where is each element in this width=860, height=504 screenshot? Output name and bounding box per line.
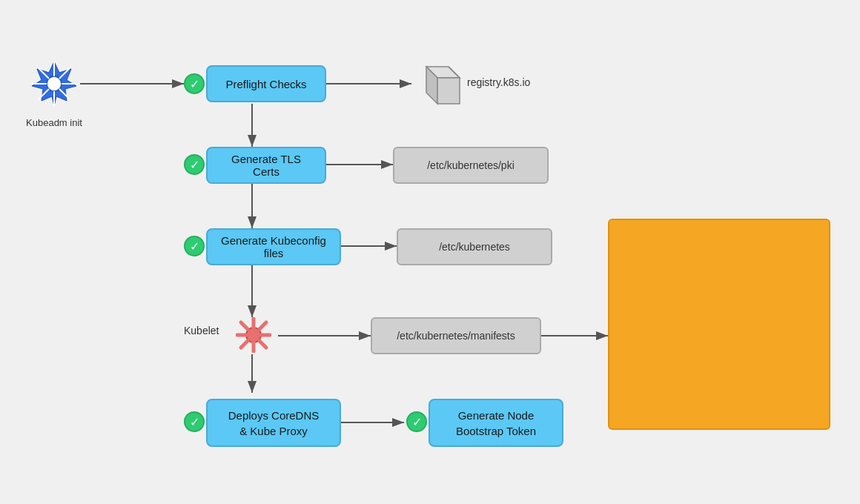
kubelet-label: Kubelet [184, 325, 219, 336]
kubeconfig-check-badge: ✓ [184, 236, 205, 256]
preflight-check-badge: ✓ [184, 73, 205, 94]
coredns-line1: Deploys CoreDNS [228, 408, 320, 423]
svg-line-30 [241, 322, 248, 329]
svg-line-32 [259, 322, 266, 329]
coredns-line2: & Kube Proxy [239, 423, 308, 439]
bootstrap-line2: Bootstrap Token [456, 423, 536, 439]
registry-cube [411, 56, 463, 110]
svg-line-31 [259, 341, 266, 348]
kubeadm-label: Kubeadm init [13, 117, 95, 128]
kubeadm-logo [28, 58, 80, 110]
bootstrap-line1: Generate Node [458, 408, 535, 423]
kubelet-icon [236, 317, 271, 353]
kubernetes-box: /etc/kubernetes [397, 228, 552, 265]
generate-kubeconfig-box: Generate Kubeconfig files [206, 228, 341, 265]
diagram: Kubeadm init ✓ Preflight Checks registry… [0, 0, 860, 504]
bootstrap-token-box: Generate Node Bootstrap Token [429, 399, 563, 447]
tls-check-badge: ✓ [184, 154, 205, 175]
coredns-box: Deploys CoreDNS & Kube Proxy [206, 399, 341, 447]
preflight-checks-box: Preflight Checks [206, 65, 326, 102]
coredns-check-badge: ✓ [184, 411, 205, 432]
pki-box: /etc/kubernetes/pki [393, 147, 549, 184]
control-plane-box: api server etcd Scheduler Controller Man… [608, 219, 830, 430]
svg-line-33 [241, 341, 248, 348]
manifests-box: /etc/kubernetes/manifests [371, 317, 541, 354]
bootstrap-check-badge: ✓ [406, 411, 427, 432]
generate-tls-box: Generate TLS Certs [206, 147, 326, 184]
registry-label: registry.k8s.io [467, 76, 530, 88]
